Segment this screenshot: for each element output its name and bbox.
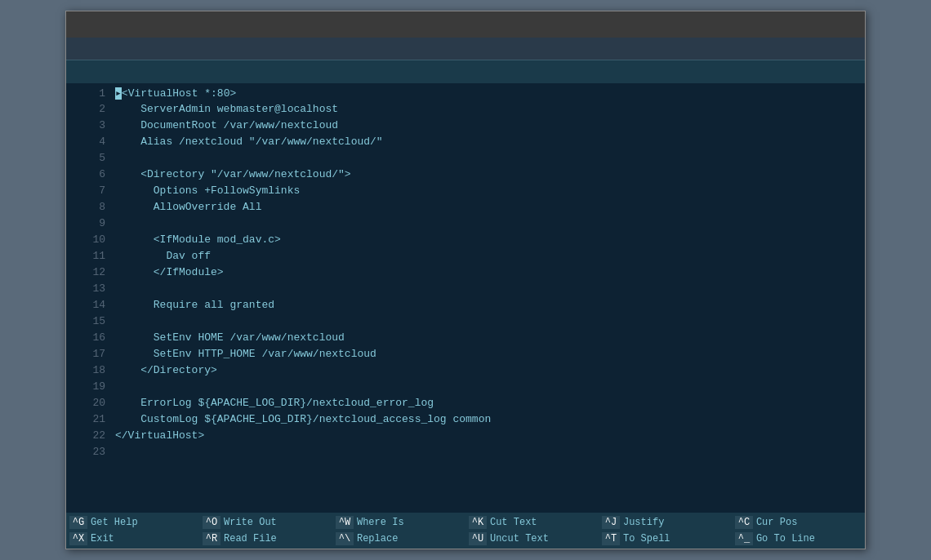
line-number: 3: [73, 119, 105, 131]
shortcut-label: Replace: [357, 533, 398, 544]
line-text: ServerAdmin webmaster@localhost: [115, 103, 338, 115]
line-number: 2: [73, 103, 105, 115]
line-number: 10: [73, 233, 105, 246]
line-text: </IfModule>: [115, 266, 224, 278]
line-number: 4: [73, 136, 105, 148]
line-number: 20: [73, 397, 105, 409]
line-number: 15: [73, 315, 105, 327]
shortcut-key: ^C: [735, 516, 753, 529]
editor-line: 10 <IfModule mod_dav.c>: [66, 233, 865, 250]
line-text: AllowOverride All: [115, 201, 261, 213]
shortcut-item: ^OWrite Out: [199, 514, 332, 531]
shortcut-key: ^R: [203, 532, 220, 545]
editor-line: 16 SetEnv HOME /var/www/nextcloud: [66, 331, 865, 348]
editor-line: 23: [66, 446, 865, 462]
line-text: CustomLog ${APACHE_LOG_DIR}/nextcloud_ac…: [115, 413, 491, 425]
shortcut-item: ^JJustify: [599, 514, 732, 531]
shortcut-label: Cur Pos: [756, 517, 797, 528]
shortcut-label: Justify: [623, 517, 664, 528]
line-number: 21: [73, 413, 105, 425]
line-text: SetEnv HOME /var/www/nextcloud: [115, 331, 345, 344]
line-number: 23: [73, 446, 105, 458]
editor-line: 14 Require all granted: [66, 299, 865, 315]
editor-line: 8 AllowOverride All: [66, 201, 865, 217]
line-text: Dav off: [115, 250, 211, 262]
line-number: 7: [73, 184, 105, 197]
editor-area[interactable]: 1▸<VirtualHost *:80>2 ServerAdmin webmas…: [66, 83, 865, 513]
line-number: 14: [73, 299, 105, 311]
shortcut-label: To Spell: [623, 533, 670, 544]
line-number: 11: [73, 250, 105, 262]
line-text: ▸<VirtualHost *:80>: [115, 87, 236, 100]
shortcut-label: Read File: [224, 533, 277, 544]
terminal-window: 1▸<VirtualHost *:80>2 ServerAdmin webmas…: [65, 11, 866, 549]
shortcut-key: ^_: [735, 532, 753, 545]
shortcut-key: ^K: [469, 516, 487, 529]
shortcut-key: ^W: [336, 516, 354, 529]
shortcut-item: ^WWhere Is: [332, 514, 466, 531]
shortcut-key: ^G: [69, 516, 87, 529]
menu-bar: [66, 38, 865, 60]
line-text: Alias /nextcloud "/var/www/nextcloud/": [115, 136, 383, 148]
line-text: </Directory>: [115, 364, 217, 376]
line-number: 8: [73, 201, 105, 213]
line-text: SetEnv HTTP_HOME /var/www/nextcloud: [115, 348, 376, 360]
line-text: <Directory "/var/www/nextcloud/">: [115, 168, 351, 180]
line-text: Options +FollowSymlinks: [115, 184, 300, 197]
line-number: 9: [73, 217, 105, 229]
line-number: 1: [73, 87, 105, 100]
editor-line: 12 </IfModule>: [66, 266, 865, 282]
shortcut-key: ^U: [469, 532, 487, 545]
editor-line: 20 ErrorLog ${APACHE_LOG_DIR}/nextcloud_…: [66, 397, 865, 413]
editor-line: 1▸<VirtualHost *:80>: [66, 87, 865, 103]
shortcut-item: ^RRead File: [199, 531, 332, 547]
editor-line: 2 ServerAdmin webmaster@localhost: [66, 103, 865, 119]
editor-line: 9: [66, 217, 865, 233]
editor-line: 21 CustomLog ${APACHE_LOG_DIR}/nextcloud…: [66, 413, 865, 429]
shortcut-label: Cut Text: [490, 517, 537, 528]
nano-header: [66, 60, 865, 83]
shortcut-row: ^GGet Help^OWrite Out^WWhere Is^KCut Tex…: [66, 514, 865, 531]
shortcut-item: ^KCut Text: [466, 514, 599, 531]
line-number: 16: [73, 331, 105, 344]
editor-line: 22</VirtualHost>: [66, 429, 865, 446]
shortcut-key: ^O: [203, 516, 220, 529]
line-number: 17: [73, 348, 105, 360]
shortcut-item: ^\Replace: [332, 531, 466, 547]
shortcut-label: Where Is: [357, 517, 404, 528]
line-number: 19: [73, 380, 105, 393]
shortcut-label: Exit: [91, 533, 114, 544]
shortcut-key: ^X: [69, 532, 87, 545]
line-text: DocumentRoot /var/www/nextcloud: [115, 119, 338, 131]
editor-line: 7 Options +FollowSymlinks: [66, 184, 865, 201]
line-number: 13: [73, 282, 105, 295]
shortcut-item: ^_Go To Line: [732, 531, 865, 547]
editor-line: 15: [66, 315, 865, 331]
shortcut-label: Go To Line: [756, 533, 815, 544]
line-number: 22: [73, 429, 105, 442]
shortcut-key: ^J: [602, 516, 620, 529]
line-number: 12: [73, 266, 105, 278]
editor-line: 3 DocumentRoot /var/www/nextcloud: [66, 119, 865, 136]
shortcut-item: ^TTo Spell: [599, 531, 732, 547]
shortcut-item: ^CCur Pos: [732, 514, 865, 531]
shortcut-row: ^XExit^RRead File^\Replace^UUncut Text^T…: [66, 531, 865, 547]
shortcut-label: Uncut Text: [490, 533, 549, 544]
shortcut-key: ^\: [336, 532, 354, 545]
line-text: ErrorLog ${APACHE_LOG_DIR}/nextcloud_err…: [115, 397, 434, 409]
editor-line: 4 Alias /nextcloud "/var/www/nextcloud/": [66, 136, 865, 152]
shortcut-label: Get Help: [91, 517, 138, 528]
shortcut-item: ^UUncut Text: [466, 531, 599, 547]
line-text: </VirtualHost>: [115, 429, 204, 442]
line-text: <IfModule mod_dav.c>: [115, 233, 281, 246]
line-text: Require all granted: [115, 299, 274, 311]
editor-line: 11 Dav off: [66, 250, 865, 266]
shortcut-item: ^GGet Help: [66, 514, 199, 531]
editor-line: 19: [66, 380, 865, 397]
editor-line: 5: [66, 152, 865, 168]
editor-line: 17 SetEnv HTTP_HOME /var/www/nextcloud: [66, 348, 865, 364]
line-number: 18: [73, 364, 105, 376]
line-number: 5: [73, 152, 105, 164]
editor-line: 13: [66, 282, 865, 299]
shortcut-label: Write Out: [224, 517, 277, 528]
